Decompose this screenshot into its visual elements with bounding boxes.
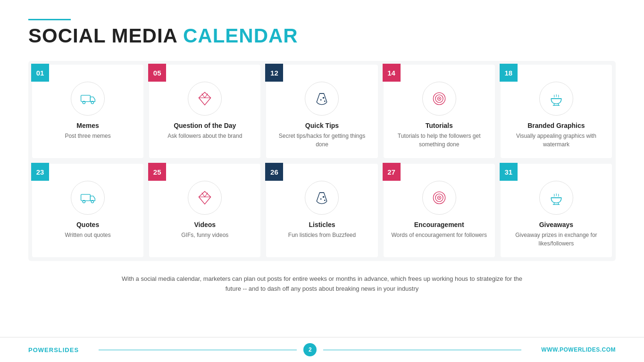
- footer-line-right: [323, 350, 521, 350]
- card-desc: Giveaway prizes in exchange for likes/fo…: [507, 231, 605, 248]
- card-icon-circle: [422, 82, 456, 116]
- card-title: Quick Tips: [305, 121, 339, 130]
- card-title: Giveaways: [539, 220, 573, 229]
- target-icon: [431, 90, 448, 107]
- footer-center: 2: [99, 343, 521, 356]
- card-badge: 12: [265, 64, 283, 82]
- card-desc: Fun listicles from Buzzfeed: [288, 231, 356, 239]
- flask-icon: [313, 90, 330, 107]
- card-icon-circle: [422, 181, 456, 215]
- diamond-icon: [196, 90, 213, 107]
- footer-url: WWW.POWERLIDES.COM: [541, 346, 616, 353]
- card-badge: 27: [383, 163, 401, 181]
- card-1: 01 Memes Post three memes: [32, 65, 143, 158]
- card-badge: 26: [265, 163, 283, 181]
- card-5: 18 Branded Graphics Visually appealing g…: [501, 65, 612, 158]
- card-icon-circle: [188, 82, 222, 116]
- card-title: Question of the Day: [174, 121, 236, 130]
- footer-line-left: [99, 350, 297, 350]
- card-title: Branded Graphics: [527, 121, 585, 130]
- card-desc: Written out quotes: [65, 231, 111, 239]
- card-icon-circle: [188, 181, 222, 215]
- card-desc: GIFs, funny videos: [181, 231, 228, 239]
- title-underline: [28, 19, 71, 20]
- card-badge: 01: [31, 64, 49, 82]
- card-10: 31 Giveaways Giveaway prizes in exchange…: [501, 164, 612, 257]
- truck-icon: [79, 189, 96, 206]
- card-title: Quotes: [76, 220, 99, 229]
- card-2: 05 Question of the Day Ask followers abo…: [149, 65, 260, 158]
- cards-grid: 01 Memes Post three memes 05 Question of…: [28, 61, 616, 261]
- card-title: Memes: [76, 121, 99, 130]
- truck-icon: [79, 90, 96, 107]
- diamond-icon: [196, 189, 213, 206]
- card-badge: 18: [500, 64, 518, 82]
- card-desc: Tutorials to help the followers get some…: [390, 132, 488, 149]
- card-icon-circle: [539, 181, 573, 215]
- card-3: 12 Quick Tips Secret tips/hacks for gett…: [266, 65, 377, 158]
- card-desc: Post three memes: [65, 132, 110, 140]
- bowl-icon: [548, 90, 565, 107]
- bowl-icon: [548, 189, 565, 206]
- footer-brand: POWERSLIDES: [28, 346, 79, 354]
- card-icon-circle: [71, 181, 105, 215]
- card-icon-circle: [305, 181, 339, 215]
- card-6: 23 Quotes Written out quotes: [32, 164, 143, 257]
- card-badge: 14: [383, 64, 401, 82]
- card-desc: Words of encouragement for followers: [391, 231, 487, 239]
- card-desc: Ask followers about the brand: [167, 132, 242, 140]
- target-icon: [431, 189, 448, 206]
- footer-bar: POWERSLIDES 2 WWW.POWERLIDES.COM: [0, 337, 644, 362]
- card-9: 27 Encouragement Words of encouragement …: [384, 164, 495, 257]
- card-4: 14 Tutorials Tutorials to help the follo…: [384, 65, 495, 158]
- card-badge: 25: [148, 163, 166, 181]
- card-desc: Secret tips/hacks for getting things don…: [273, 132, 371, 149]
- card-desc: Visually appealing graphics with waterma…: [507, 132, 605, 149]
- page-badge: 2: [303, 343, 317, 356]
- card-title: Encouragement: [414, 220, 464, 229]
- card-badge: 05: [148, 64, 166, 82]
- card-8: 26 Listicles Fun listicles from Buzzfeed: [266, 164, 377, 257]
- card-7: 25 Videos GIFs, funny videos: [149, 164, 260, 257]
- card-icon-circle: [71, 82, 105, 116]
- card-title: Tutorials: [426, 121, 453, 130]
- card-title: Listicles: [309, 220, 335, 229]
- card-icon-circle: [539, 82, 573, 116]
- card-badge: 31: [500, 163, 518, 181]
- page-title: SOCIAL MEDIA CALENDAR: [28, 25, 616, 47]
- footer-text: With a social media calendar, marketers …: [28, 274, 616, 294]
- title-section: SOCIAL MEDIA CALENDAR: [28, 19, 616, 47]
- flask-icon: [313, 189, 330, 206]
- card-badge: 23: [31, 163, 49, 181]
- card-icon-circle: [305, 82, 339, 116]
- card-title: Videos: [194, 220, 216, 229]
